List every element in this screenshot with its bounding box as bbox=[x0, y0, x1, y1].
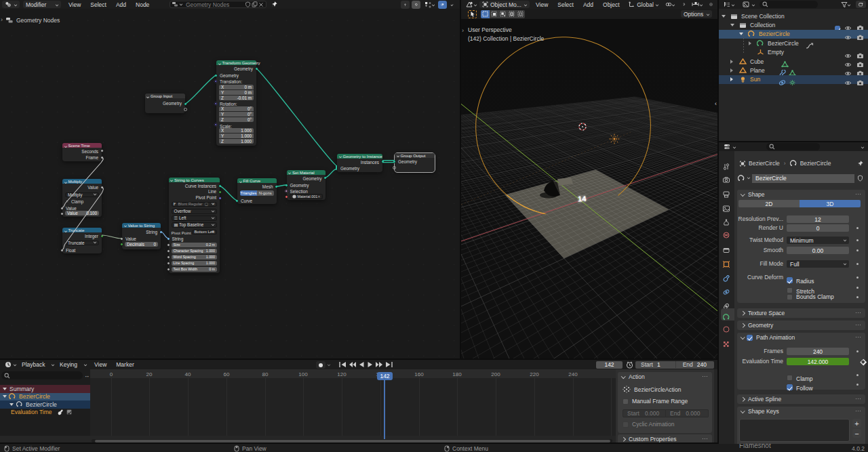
svg-text:14: 14 bbox=[578, 194, 587, 203]
